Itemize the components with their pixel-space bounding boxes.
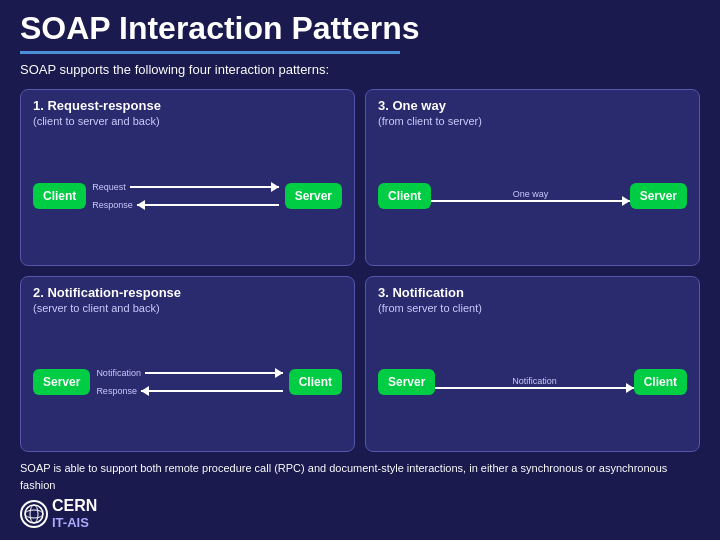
cern-logo: CERN IT-AIS bbox=[20, 497, 97, 530]
oneway-arrow-4: Notification bbox=[435, 376, 633, 389]
pattern-subtitle-1: (client to server and back) bbox=[33, 115, 342, 127]
cern-label: CERN bbox=[52, 497, 97, 515]
server-node-4: Server bbox=[378, 369, 435, 395]
arrow-row-top-3: Notification bbox=[96, 366, 282, 380]
arrow-row-top-1: Request bbox=[92, 180, 278, 194]
client-node-3: Client bbox=[289, 369, 342, 395]
pattern-title-4: 3. Notification bbox=[378, 285, 687, 300]
pattern-box-3: 2. Notification-response (server to clie… bbox=[20, 276, 355, 453]
arrow-row-bottom-1: Response bbox=[92, 198, 278, 212]
response-label-3: Response bbox=[96, 386, 137, 396]
page-subtitle: SOAP supports the following four interac… bbox=[20, 62, 700, 77]
arrow-right-1 bbox=[130, 180, 279, 194]
cern-circle-icon bbox=[20, 500, 48, 528]
arrow-left-3 bbox=[141, 384, 283, 398]
oneway-label-2: One way bbox=[431, 189, 629, 199]
svg-point-0 bbox=[25, 505, 43, 523]
arrows-1: Request Response bbox=[92, 180, 278, 212]
pattern-box-2: 3. One way (from client to server) Clien… bbox=[365, 89, 700, 266]
bottom-text: SOAP is able to support both remote proc… bbox=[20, 460, 700, 493]
server-node-3: Server bbox=[33, 369, 90, 395]
response-label: Response bbox=[92, 200, 133, 210]
svg-point-2 bbox=[25, 510, 43, 518]
arrow-right-3 bbox=[145, 366, 283, 380]
pattern-title-3: 2. Notification-response bbox=[33, 285, 342, 300]
notification-label-4: Notification bbox=[435, 376, 633, 386]
pattern-title-1: 1. Request-response bbox=[33, 98, 342, 113]
pattern-box-1: 1. Request-response (client to server an… bbox=[20, 89, 355, 266]
footer: CERN IT-AIS bbox=[20, 497, 700, 530]
oneway-arrow-2: One way bbox=[431, 189, 629, 202]
client-node-1: Client bbox=[33, 183, 86, 209]
client-node-4: Client bbox=[634, 369, 687, 395]
arrow-left-1 bbox=[137, 198, 279, 212]
patterns-grid: 1. Request-response (client to server an… bbox=[20, 89, 700, 452]
arrows-3: Notification Response bbox=[96, 366, 282, 398]
client-node-2: Client bbox=[378, 183, 431, 209]
pattern-subtitle-2: (from client to server) bbox=[378, 115, 687, 127]
pattern-subtitle-3: (server to client and back) bbox=[33, 302, 342, 314]
title-underline bbox=[20, 51, 400, 54]
pattern-subtitle-4: (from server to client) bbox=[378, 302, 687, 314]
pattern-title-2: 3. One way bbox=[378, 98, 687, 113]
diagram-3: Server Notification Response bbox=[33, 322, 342, 444]
svg-point-1 bbox=[30, 505, 38, 523]
arrow-row-bottom-3: Response bbox=[96, 384, 282, 398]
page: SOAP Interaction Patterns SOAP supports … bbox=[0, 0, 720, 540]
cern-sub-label: IT-AIS bbox=[52, 515, 97, 530]
pattern-box-4: 3. Notification (from server to client) … bbox=[365, 276, 700, 453]
diagram-4: Server Notification Client bbox=[378, 322, 687, 444]
diagram-2: Client One way Server bbox=[378, 135, 687, 257]
page-title: SOAP Interaction Patterns bbox=[20, 10, 700, 47]
server-node-1: Server bbox=[285, 183, 342, 209]
server-node-2: Server bbox=[630, 183, 687, 209]
diagram-1: Client Request Response bbox=[33, 135, 342, 257]
notification-label: Notification bbox=[96, 368, 141, 378]
request-label: Request bbox=[92, 182, 126, 192]
